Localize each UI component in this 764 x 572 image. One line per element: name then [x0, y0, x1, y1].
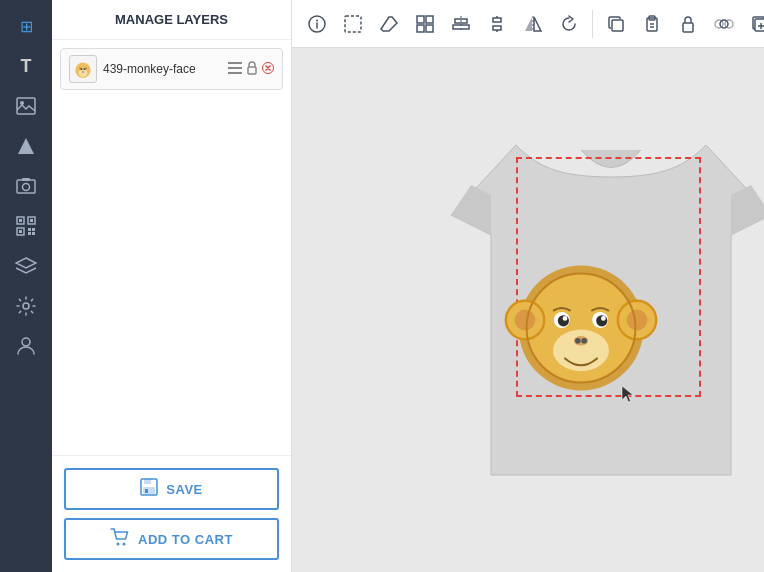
- layer-lock-icon[interactable]: [246, 61, 258, 78]
- erase-button[interactable]: [372, 7, 406, 41]
- svg-rect-38: [143, 487, 155, 494]
- svg-rect-46: [426, 16, 433, 23]
- distribute-button[interactable]: [480, 7, 514, 41]
- copy-button[interactable]: [599, 7, 633, 41]
- svg-point-5: [23, 184, 30, 191]
- grid-icon[interactable]: ⊞: [8, 8, 44, 44]
- settings-tool-icon[interactable]: [8, 288, 44, 324]
- tshirt-container: [421, 95, 765, 525]
- svg-rect-62: [683, 23, 693, 32]
- svg-rect-48: [426, 25, 433, 32]
- svg-rect-39: [145, 489, 148, 493]
- svg-rect-53: [493, 26, 501, 30]
- layer-close-icon[interactable]: [262, 62, 274, 77]
- svg-point-41: [123, 543, 126, 546]
- svg-rect-9: [30, 219, 33, 222]
- svg-rect-12: [28, 228, 31, 231]
- svg-marker-2: [18, 138, 34, 154]
- svg-rect-34: [248, 67, 256, 74]
- layer-thumbnail: [69, 55, 97, 83]
- group-button[interactable]: [707, 7, 741, 41]
- image-tool-icon[interactable]: [8, 88, 44, 124]
- svg-rect-15: [32, 232, 35, 235]
- svg-rect-47: [417, 25, 424, 32]
- svg-rect-0: [17, 98, 35, 114]
- photo-tool-icon[interactable]: [8, 168, 44, 204]
- lock-button[interactable]: [671, 7, 705, 41]
- save-icon: [140, 478, 158, 500]
- align-h-button[interactable]: [444, 7, 478, 41]
- canvas-area[interactable]: [292, 48, 764, 572]
- svg-rect-11: [19, 230, 22, 233]
- rotate-button[interactable]: [552, 7, 586, 41]
- svg-point-65: [725, 20, 733, 28]
- svg-point-64: [715, 20, 723, 28]
- layer-actions: [228, 61, 274, 78]
- svg-rect-32: [228, 67, 242, 69]
- flip-button[interactable]: [516, 7, 550, 41]
- svg-point-85: [601, 316, 606, 321]
- layers-list: 439-monkey-face: [52, 40, 291, 455]
- svg-point-30: [83, 71, 84, 72]
- layers-footer: SAVE ADD TO CART: [52, 455, 291, 572]
- svg-rect-66: [755, 19, 764, 31]
- cart-icon: [110, 528, 130, 550]
- layer-name: 439-monkey-face: [103, 62, 222, 76]
- save-button[interactable]: SAVE: [64, 468, 279, 510]
- svg-rect-44: [345, 16, 361, 32]
- svg-rect-31: [228, 62, 242, 64]
- svg-rect-33: [228, 72, 242, 74]
- left-sidebar: ⊞ T: [0, 0, 52, 572]
- paste-button[interactable]: [635, 7, 669, 41]
- layer-list-icon[interactable]: [228, 62, 242, 77]
- info-button[interactable]: [300, 7, 334, 41]
- layer-item[interactable]: 439-monkey-face: [60, 48, 283, 90]
- toolbar-separator-1: [592, 10, 593, 38]
- add-to-cart-label: ADD TO CART: [138, 532, 233, 547]
- main-area: [292, 0, 764, 572]
- save-label: SAVE: [166, 482, 202, 497]
- svg-point-78: [626, 310, 647, 331]
- svg-point-43: [316, 19, 318, 21]
- top-toolbar: [292, 0, 764, 48]
- svg-rect-45: [417, 16, 424, 23]
- monkey-design: [501, 240, 661, 400]
- svg-rect-57: [612, 20, 623, 31]
- svg-point-87: [575, 338, 581, 344]
- grid-view-button[interactable]: [408, 7, 442, 41]
- svg-rect-14: [28, 232, 31, 235]
- svg-rect-52: [493, 18, 501, 22]
- svg-point-27: [84, 68, 85, 69]
- select-all-button[interactable]: [336, 7, 370, 41]
- layers-tool-icon[interactable]: [8, 248, 44, 284]
- svg-rect-13: [32, 228, 35, 231]
- svg-point-84: [562, 316, 567, 321]
- svg-point-16: [23, 303, 29, 309]
- add-to-cart-button[interactable]: ADD TO CART: [64, 518, 279, 560]
- svg-rect-7: [19, 219, 22, 222]
- svg-point-26: [81, 68, 82, 69]
- svg-point-88: [581, 338, 587, 344]
- text-tool-icon[interactable]: T: [8, 48, 44, 84]
- layers-panel: MANAGE LAYERS: [52, 0, 292, 572]
- svg-rect-4: [22, 178, 30, 181]
- svg-point-29: [82, 71, 83, 72]
- svg-point-40: [117, 543, 120, 546]
- user-tool-icon[interactable]: [8, 328, 44, 364]
- layers-panel-title: MANAGE LAYERS: [52, 0, 291, 40]
- svg-point-17: [22, 338, 30, 346]
- qr-tool-icon[interactable]: [8, 208, 44, 244]
- svg-point-77: [514, 310, 535, 331]
- shape-tool-icon[interactable]: [8, 128, 44, 164]
- duplicate-button[interactable]: [743, 7, 764, 41]
- svg-rect-37: [144, 479, 151, 484]
